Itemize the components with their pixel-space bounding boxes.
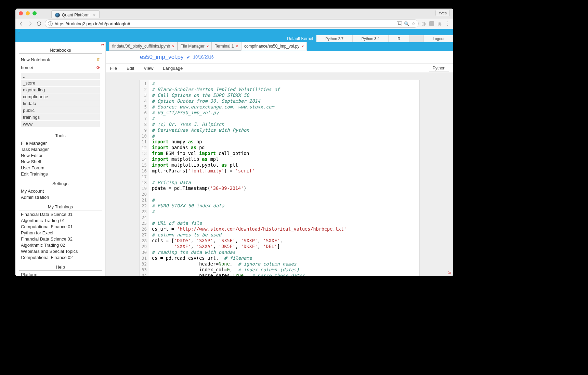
editor-tab-label: compfinance/es50_imp_vol.py	[244, 44, 299, 49]
dir-item[interactable]: compfinance	[21, 93, 100, 100]
pin-icon[interactable]: ⇵	[96, 57, 100, 62]
tool-link[interactable]: New Editor	[21, 152, 100, 158]
window-maximize-icon[interactable]	[32, 11, 37, 15]
site-info-icon[interactable]: i	[48, 21, 53, 26]
logout-button[interactable]: Logout	[424, 35, 453, 42]
close-icon[interactable]: ×	[172, 44, 174, 48]
file-date: 10/18/2016	[193, 55, 214, 60]
tool-link[interactable]: New Shell	[21, 158, 100, 165]
tab-title: Quant Platform	[62, 13, 90, 17]
new-notebook-label: New Notebook	[21, 57, 50, 62]
zoom-icon[interactable]: 🔍	[404, 21, 409, 26]
section-notebooks: Notebooks	[19, 46, 102, 54]
tab-close-icon[interactable]: ×	[93, 12, 96, 18]
menu-language[interactable]: Language	[163, 66, 183, 71]
browser-titlebar: Quant Platform × Yves	[15, 9, 453, 18]
training-link[interactable]: Algorithmic Trading 02	[21, 242, 100, 248]
address-bar[interactable]: i https://training2.pqp.io/nb/portal/log…	[45, 20, 419, 28]
dir-item[interactable]: www	[21, 121, 100, 127]
saved-check-icon: ✔	[186, 54, 191, 60]
language-select[interactable]: Python	[429, 65, 449, 72]
kernel-button-r[interactable]: R	[389, 35, 409, 42]
back-button[interactable]	[18, 21, 24, 27]
url-text: https://training2.pqp.io/nb/portal/login…	[55, 21, 130, 26]
menu-file[interactable]: File	[110, 66, 117, 71]
menu-edit[interactable]: Edit	[127, 66, 134, 71]
dir-item[interactable]: trainings	[21, 114, 100, 120]
file-header: es50_imp_vol.py ✔ 10/18/2016	[106, 51, 453, 63]
dir-item[interactable]: _store	[21, 80, 100, 86]
kernel-bar: Default Kernel Python 2.7 Python 3.4 R L…	[15, 35, 453, 42]
forward-button[interactable]	[27, 21, 33, 27]
extension-icon[interactable]: ◑	[421, 21, 426, 27]
dir-item[interactable]: ..	[21, 73, 100, 79]
dir-item[interactable]: public	[21, 107, 100, 114]
editor-tab[interactable]: File Manager×	[178, 42, 212, 51]
window-close-icon[interactable]	[19, 11, 23, 15]
refresh-icon[interactable]: ⟳	[96, 65, 100, 70]
kernel-button-py34[interactable]: Python 3.4	[353, 35, 389, 42]
dir-item[interactable]: algotrading	[21, 87, 100, 93]
extension-icon[interactable]: ◉	[437, 21, 442, 26]
editor-tab-active[interactable]: compfinance/es50_imp_vol.py×	[241, 42, 307, 51]
code-editor[interactable]: 1234567891011121314151617181920212223242…	[139, 80, 420, 276]
new-notebook-item[interactable]: New Notebook ⇵	[15, 56, 105, 64]
line-gutter: 1234567891011121314151617181920212223242…	[140, 80, 149, 276]
default-kernel-label: Default Kernel	[284, 36, 316, 41]
home-label: home/	[21, 65, 33, 70]
editor-menubar: File Edit View Language Python	[106, 63, 453, 73]
training-link[interactable]: Webinars and Special Topics	[21, 248, 100, 254]
kebab-menu-icon[interactable]: ⋮	[445, 21, 450, 27]
training-link[interactable]: Python for Excel	[21, 230, 100, 236]
tool-link[interactable]: Task Manager	[21, 146, 100, 152]
window-minimize-icon[interactable]	[26, 11, 30, 15]
extension-icon[interactable]	[429, 21, 434, 26]
main-panel: findata/06_plotly_cufflinks.ipynb× File …	[106, 42, 453, 276]
section-settings: Settings	[19, 179, 102, 187]
close-icon[interactable]: ×	[207, 44, 209, 48]
expand-corner-icon[interactable]: ⇲	[448, 270, 451, 275]
training-link[interactable]: Financial Data Science 02	[21, 236, 100, 242]
home-item[interactable]: home/ ⟳	[15, 64, 105, 72]
bookmark-icon[interactable]: ☆	[411, 21, 416, 26]
close-icon[interactable]: ×	[301, 44, 303, 48]
training-link[interactable]: Computational Finance 02	[21, 254, 100, 260]
sidebar-collapse-icon[interactable]: ↦	[101, 43, 104, 47]
tool-link[interactable]: Edit Trainings	[21, 171, 100, 177]
favicon-icon	[55, 13, 60, 17]
tool-link[interactable]: File Manager	[21, 140, 100, 146]
kernel-button-py27[interactable]: Python 2.7	[316, 35, 353, 42]
help-link[interactable]: Platform	[21, 271, 100, 276]
training-link[interactable]: Computational Finance 01	[21, 223, 100, 230]
editor-tab[interactable]: findata/06_plotly_cufflinks.ipynb×	[109, 42, 178, 51]
chrome-profile-button[interactable]: Yves	[435, 10, 450, 16]
editor-tab-label: findata/06_plotly_cufflinks.ipynb	[112, 44, 170, 49]
browser-tab[interactable]: Quant Platform ×	[51, 10, 100, 18]
quant-topbar: ↧	[15, 29, 453, 35]
training-link[interactable]: Algorithmic Trading 01	[21, 217, 100, 223]
file-name[interactable]: es50_imp_vol.py	[140, 54, 184, 61]
close-icon[interactable]: ×	[236, 44, 238, 48]
section-tools: Tools	[19, 131, 102, 139]
settings-link[interactable]: Administration	[21, 194, 100, 200]
tool-link[interactable]: User Forum	[21, 165, 100, 171]
reload-button[interactable]	[36, 21, 42, 27]
editor-tab-label: File Manager	[181, 44, 205, 49]
collapse-top-icon[interactable]: ↧	[17, 30, 21, 35]
section-help: Help	[19, 262, 102, 271]
kernel-button-blank[interactable]	[409, 35, 424, 42]
menu-view[interactable]: View	[144, 66, 153, 71]
sidebar: ↦ Notebooks New Notebook ⇵ home/ ⟳ .._st…	[15, 42, 106, 276]
browser-toolbar: i https://training2.pqp.io/nb/portal/log…	[15, 18, 453, 29]
editor-tabstrip: findata/06_plotly_cufflinks.ipynb× File …	[106, 42, 453, 51]
editor-tab[interactable]: Terminal 1×	[212, 42, 241, 51]
settings-link[interactable]: My Account	[21, 188, 100, 194]
code-area[interactable]: ## Black-Scholes-Merton Implied Volatili…	[149, 80, 349, 276]
editor-tab-label: Terminal 1	[215, 44, 234, 49]
section-trainings: My Trainings	[19, 202, 102, 210]
training-link[interactable]: Financial Data Science 01	[21, 211, 100, 217]
dir-item[interactable]: findata	[21, 100, 100, 107]
translate-icon[interactable]: ⇆	[397, 21, 402, 26]
